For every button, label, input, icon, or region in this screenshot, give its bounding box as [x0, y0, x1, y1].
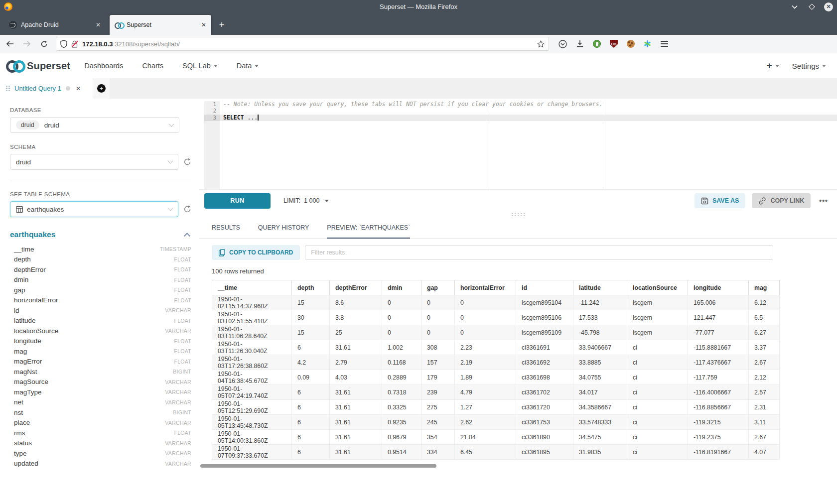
tab-close-icon[interactable]: ✕: [76, 85, 81, 92]
url-bar[interactable]: 172.18.0.3:32108/superset/sqllab/: [56, 37, 549, 51]
schema-column-row[interactable]: rmsFLOAT: [10, 428, 191, 438]
horizontal-scrollbar[interactable]: [199, 464, 837, 468]
results-tab-query-history[interactable]: QUERY HISTORY: [258, 217, 309, 238]
column-header[interactable]: depth: [292, 280, 330, 295]
add-query-tab[interactable]: +: [93, 78, 110, 99]
forward-icon[interactable]: [20, 37, 34, 50]
nav-item-sql-lab[interactable]: SQL Lab: [182, 62, 218, 70]
ublock-icon[interactable]: UO: [609, 39, 618, 48]
window-close-icon[interactable]: ✕: [824, 2, 833, 11]
shield-icon[interactable]: [60, 40, 67, 48]
filter-results-input[interactable]: [305, 245, 773, 260]
table-cell: 0: [421, 295, 455, 310]
extension-burst-icon[interactable]: [643, 40, 651, 48]
schema-column-row[interactable]: idVARCHAR: [10, 305, 191, 316]
schema-column-row[interactable]: magTypeVARCHAR: [10, 387, 191, 397]
table-cell: -119.2375: [688, 430, 749, 445]
nav-item-dashboards[interactable]: Dashboards: [84, 62, 123, 70]
copy-link-button[interactable]: COPY LINK: [752, 193, 811, 208]
table-cell: 1.002: [382, 340, 421, 355]
results-tab-preview-earthquakes[interactable]: PREVIEW: `EARTHQUAKES`: [327, 217, 410, 238]
superset-brand[interactable]: Superset: [5, 59, 70, 73]
table-cell: 33.8885: [573, 355, 627, 370]
schema-column-row[interactable]: typeVARCHAR: [10, 448, 191, 459]
bookmark-star-icon[interactable]: [537, 40, 545, 48]
column-header[interactable]: locationSource: [627, 280, 688, 295]
column-header[interactable]: latitude: [573, 280, 627, 295]
tab-close-icon[interactable]: ✕: [201, 21, 206, 28]
window-minimize-icon[interactable]: [790, 2, 799, 11]
tab-close-icon[interactable]: ✕: [96, 21, 101, 28]
cookie-icon[interactable]: [627, 40, 635, 48]
schema-column-row[interactable]: latitudeFLOAT: [10, 316, 191, 326]
drag-handle-icon[interactable]: [6, 86, 10, 92]
nav-item-data[interactable]: Data: [237, 62, 259, 70]
schema-column-row[interactable]: __timeTIMESTAMP: [10, 244, 191, 254]
column-header[interactable]: depthError: [330, 280, 382, 295]
run-button[interactable]: RUN: [204, 193, 271, 209]
nav-item-charts[interactable]: Charts: [142, 62, 163, 70]
refresh-icon[interactable]: [183, 205, 191, 213]
back-icon[interactable]: [3, 37, 17, 50]
table-select[interactable]: earthquakes: [10, 201, 178, 217]
sql-editor[interactable]: 123 -- Note: Unless you save your query,…: [204, 101, 837, 189]
menu-icon[interactable]: [660, 39, 669, 48]
database-select[interactable]: druid druid: [10, 117, 179, 133]
table-cell: 179: [421, 370, 455, 385]
schema-column-row[interactable]: locationSourceVARCHAR: [10, 326, 191, 336]
query-tab[interactable]: Untitled Query 1 ✕: [0, 78, 93, 99]
sqllab-pane: 123 -- Note: Unless you save your query,…: [199, 99, 837, 504]
column-header[interactable]: longitude: [688, 280, 749, 295]
schema-column-row[interactable]: horizontalErrorFLOAT: [10, 295, 191, 306]
pane-splitter[interactable]: [199, 212, 837, 217]
column-type: VARCHAR: [165, 399, 191, 405]
schema-select[interactable]: druid: [10, 154, 178, 170]
schema-column-row[interactable]: statusVARCHAR: [10, 438, 191, 449]
window-maximize-icon[interactable]: [807, 2, 816, 11]
more-ellipsis-icon[interactable]: •••: [817, 197, 830, 205]
schema-column-row[interactable]: magSourceVARCHAR: [10, 377, 191, 387]
schema-column-row[interactable]: longitudeFLOAT: [10, 336, 191, 347]
download-icon[interactable]: [575, 39, 584, 48]
reload-icon[interactable]: [37, 37, 51, 50]
new-button[interactable]: +: [767, 60, 779, 71]
column-header[interactable]: id: [516, 280, 573, 295]
insecure-lock-icon[interactable]: [71, 40, 78, 48]
table-cell: ci: [627, 445, 688, 460]
privacy-badger-icon[interactable]: [593, 40, 601, 48]
schema-column-row[interactable]: dminFLOAT: [10, 275, 191, 285]
schema-column-row[interactable]: placeVARCHAR: [10, 418, 191, 428]
results-tab-results[interactable]: RESULTS: [212, 217, 240, 238]
column-header[interactable]: mag: [749, 280, 780, 295]
table-cell: 15: [292, 295, 330, 310]
editor-content[interactable]: -- Note: Unless you save your query, the…: [220, 101, 837, 189]
schema-column-row[interactable]: netVARCHAR: [10, 397, 191, 408]
schema-column-row[interactable]: magNstBIGINT: [10, 367, 191, 377]
schema-column-row[interactable]: depthErrorFLOAT: [10, 264, 191, 275]
limit-control[interactable]: LIMIT: 1 000: [283, 197, 329, 204]
schema-column-row[interactable]: magFLOAT: [10, 346, 191, 357]
pocket-icon[interactable]: [558, 39, 567, 48]
chevron-down-icon: [168, 121, 174, 126]
column-header[interactable]: dmin: [382, 280, 421, 295]
copy-to-clipboard-button[interactable]: COPY TO CLIPBOARD: [212, 245, 300, 260]
browser-tab-superset[interactable]: Superset✕: [110, 15, 211, 35]
column-name: dmin: [14, 276, 174, 283]
refresh-icon[interactable]: [183, 158, 191, 166]
save-as-button[interactable]: SAVE AS: [695, 193, 746, 208]
schema-column-row[interactable]: gapFLOAT: [10, 285, 191, 295]
schema-column-row[interactable]: updatedVARCHAR: [10, 459, 191, 469]
column-header[interactable]: __time: [212, 280, 292, 295]
column-header[interactable]: horizontalError: [455, 280, 516, 295]
schema-column-row[interactable]: depthFLOAT: [10, 254, 191, 265]
schema-column-row[interactable]: magErrorFLOAT: [10, 357, 191, 367]
collapse-chevron-icon[interactable]: [184, 233, 190, 239]
column-header[interactable]: gap: [421, 280, 455, 295]
table-cell: 4.03: [330, 370, 382, 385]
browser-tab-apache-druid[interactable]: Apache Druid✕: [4, 15, 106, 35]
scrollbar-thumb[interactable]: [200, 464, 436, 468]
settings-menu[interactable]: Settings: [792, 62, 826, 70]
schema-column-row[interactable]: nstBIGINT: [10, 407, 191, 418]
new-tab-icon[interactable]: +: [214, 17, 229, 32]
table-cell: 0: [382, 310, 421, 325]
